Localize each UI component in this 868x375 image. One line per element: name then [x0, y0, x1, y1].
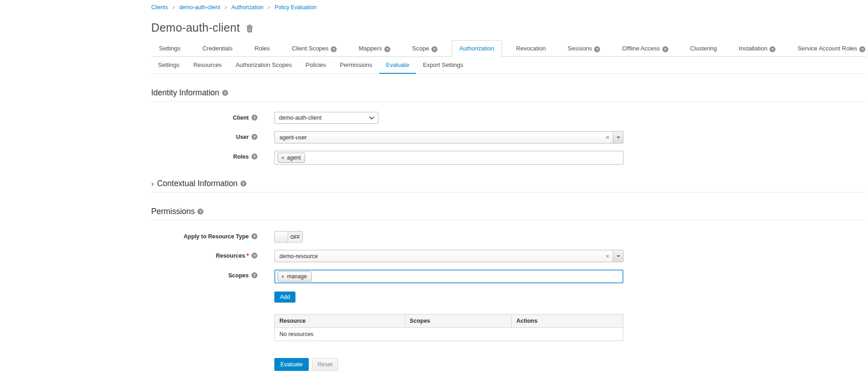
remove-tag-icon[interactable]: ×: [281, 274, 284, 279]
caret-down-icon: [617, 137, 620, 138]
tab-label: Settings: [159, 45, 180, 52]
breadcrumb-policy-evaluation[interactable]: Policy Evaluation: [274, 4, 316, 11]
resources-form-row: Resources * ? demo-resource ×: [151, 250, 866, 262]
tab-label: Mappers: [359, 45, 382, 52]
scopes-token-input[interactable]: × manage: [274, 270, 623, 283]
help-icon[interactable]: ?: [240, 181, 246, 187]
label-text: Roles: [233, 154, 249, 160]
subtab-permissions[interactable]: Permissions: [333, 57, 379, 73]
dropdown-caret-button[interactable]: [613, 250, 623, 262]
scopes-label: Scopes ?: [151, 270, 257, 279]
delete-client-trash-icon[interactable]: [246, 24, 253, 33]
subtab-policies[interactable]: Policies: [299, 57, 333, 73]
tab-offline-access[interactable]: Offline Access?: [614, 40, 676, 56]
tab-authorization[interactable]: Authorization: [452, 40, 502, 57]
tab-label: Installation: [739, 45, 767, 52]
help-icon[interactable]: ?: [251, 134, 257, 140]
tab-roles[interactable]: Roles: [247, 40, 278, 56]
tab-label: Revocation: [516, 45, 546, 52]
help-icon[interactable]: ?: [384, 46, 390, 52]
roles-label: Roles ?: [151, 151, 257, 160]
help-icon[interactable]: ?: [859, 46, 865, 52]
permissions-heading: Permissions ?: [151, 207, 866, 221]
tab-label: Roles: [255, 45, 270, 52]
tab-client-scopes[interactable]: Client Scopes?: [284, 40, 344, 56]
required-asterisk: *: [246, 253, 249, 259]
label-text: Resources: [216, 253, 245, 259]
client-select[interactable]: demo-auth-client: [274, 112, 378, 124]
breadcrumb-separator-icon: >: [224, 5, 227, 10]
section-title: Permissions: [151, 207, 195, 216]
help-icon[interactable]: ?: [594, 46, 600, 52]
main-content: Clients > demo-auth-client > Authorizati…: [151, 0, 866, 375]
tab-mappers[interactable]: Mappers?: [351, 40, 398, 56]
tab-revocation[interactable]: Revocation: [508, 40, 554, 56]
evaluate-button[interactable]: Evaluate: [274, 358, 309, 371]
column-header-scopes: Scopes: [405, 314, 512, 328]
chevron-down-icon: [369, 116, 374, 120]
user-combobox-value: agent-user: [275, 134, 602, 141]
tab-sessions[interactable]: Sessions?: [560, 40, 608, 56]
chevron-right-icon: ›: [151, 180, 154, 188]
resources-combobox[interactable]: demo-resource ×: [274, 250, 623, 262]
dropdown-caret-button[interactable]: [613, 132, 623, 143]
help-icon[interactable]: ?: [331, 46, 337, 52]
tab-service-account-roles[interactable]: Service Account Roles?: [790, 40, 868, 56]
help-icon[interactable]: ?: [222, 90, 228, 96]
apply-resource-type-row: Apply to Resource Type ? OFF: [151, 231, 866, 243]
tab-installation[interactable]: Installation?: [731, 40, 783, 56]
label-text: Client: [233, 115, 249, 121]
subtab-settings[interactable]: Settings: [151, 57, 186, 73]
resources-label: Resources * ?: [151, 250, 257, 259]
tab-label: Offline Access: [622, 45, 660, 52]
clear-icon[interactable]: ×: [602, 134, 613, 141]
tag-label: agent: [287, 154, 300, 161]
identity-information-heading: Identity Information ?: [151, 88, 866, 102]
help-icon[interactable]: ?: [251, 115, 257, 121]
caret-down-icon: [617, 255, 620, 257]
authorization-subtabs: Settings Resources Authorization Scopes …: [151, 57, 866, 74]
label-text: Scopes: [229, 272, 249, 279]
contextual-information-heading[interactable]: › Contextual Information ?: [151, 179, 866, 193]
help-icon[interactable]: ?: [662, 46, 668, 52]
label-text: Apply to Resource Type: [184, 233, 249, 240]
subtab-evaluate[interactable]: Evaluate: [379, 57, 416, 74]
breadcrumb-demo-auth-client[interactable]: demo-auth-client: [179, 4, 220, 11]
tab-credentials[interactable]: Credentials: [195, 40, 240, 56]
tab-label: Credentials: [202, 45, 233, 52]
tab-clustering[interactable]: Clustering: [682, 40, 725, 56]
tab-label: Sessions: [568, 45, 592, 52]
help-icon[interactable]: ?: [431, 46, 437, 52]
subtab-resources[interactable]: Resources: [186, 57, 229, 73]
tag-label: manage: [287, 273, 306, 280]
roles-token-input[interactable]: × agent: [274, 151, 623, 165]
role-tag-agent: × agent: [278, 153, 305, 163]
remove-tag-icon[interactable]: ×: [281, 155, 284, 160]
empty-table-message: No resources: [275, 328, 623, 341]
breadcrumb-authorization[interactable]: Authorization: [231, 4, 263, 11]
add-button[interactable]: Add: [274, 292, 295, 303]
label-text: User: [236, 134, 249, 140]
help-icon[interactable]: ?: [251, 253, 257, 259]
breadcrumb: Clients > demo-auth-client > Authorizati…: [151, 0, 866, 11]
tab-label: Client Scopes: [292, 45, 328, 52]
tab-settings[interactable]: Settings: [151, 40, 188, 56]
help-icon[interactable]: ?: [197, 209, 203, 215]
table-row: No resources: [275, 328, 623, 341]
tab-label: Clustering: [690, 45, 717, 52]
help-icon[interactable]: ?: [251, 272, 257, 278]
reset-button[interactable]: Reset: [312, 358, 338, 371]
user-combobox[interactable]: agent-user ×: [274, 131, 623, 143]
help-icon[interactable]: ?: [251, 233, 257, 239]
tab-label: Authorization: [459, 45, 494, 52]
clear-icon[interactable]: ×: [602, 253, 613, 259]
client-form-row: Client ? demo-auth-client: [151, 112, 866, 124]
subtab-authorization-scopes[interactable]: Authorization Scopes: [229, 57, 299, 73]
subtab-export-settings[interactable]: Export Settings: [416, 57, 470, 73]
permissions-resources-table: Resource Scopes Actions No resources: [274, 314, 623, 341]
apply-resource-type-toggle[interactable]: OFF: [274, 231, 303, 243]
help-icon[interactable]: ?: [251, 154, 257, 160]
breadcrumb-clients[interactable]: Clients: [151, 4, 168, 11]
tab-scope[interactable]: Scope?: [404, 40, 445, 56]
help-icon[interactable]: ?: [770, 46, 775, 52]
